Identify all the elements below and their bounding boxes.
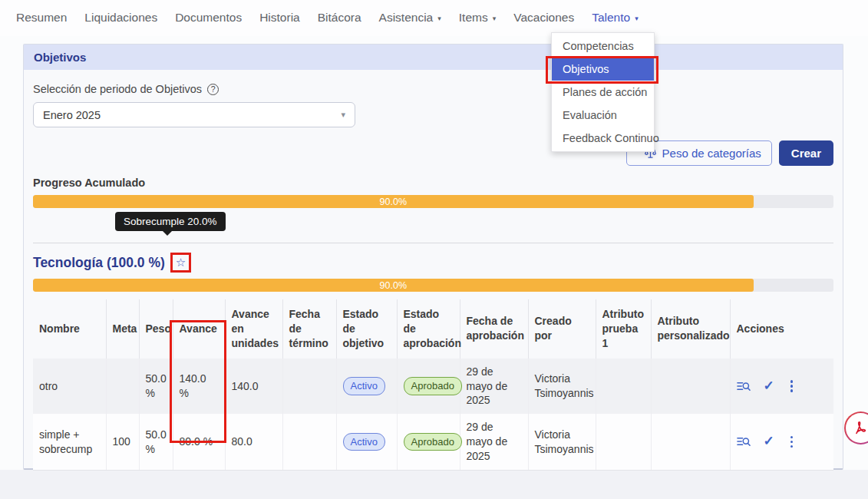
nav-item-documentos[interactable]: Documentos [174,0,243,36]
pdf-icon [846,413,868,443]
chevron-down-icon: ▾ [635,13,639,22]
period-select-label: Selección de periodo de Objetivos [33,83,202,95]
nav-item-bitacora[interactable]: Bitácora [317,0,362,36]
col-creado-por: Creado por [528,299,596,359]
help-icon[interactable]: ? [207,84,219,95]
nav-item-historia[interactable]: Historia [259,0,301,36]
category-progress-value: 90.0% [380,280,407,291]
cell-acciones: ✓ [730,414,833,470]
menu-item-evaluacion[interactable]: Evaluación [552,104,654,127]
cell-avance: 80.0 % [173,414,225,470]
talento-dropdown-menu: Competencias Objetivos Planes de acción … [551,32,655,152]
cell-meta [106,359,139,415]
top-nav: Resumen Liquidaciones Documentos Histori… [0,0,868,36]
cell-nombre: simple + sobrecump [33,414,106,470]
nav-item-talento[interactable]: Talento ▾ [591,0,639,36]
nav-item-items[interactable]: Items ▾ [458,0,497,36]
status-badge-aprobado: Aprobado [404,377,462,395]
crear-button[interactable]: Crear [779,140,833,166]
pdf-export-button[interactable] [844,411,868,444]
table-row: simple + sobrecump 100 50.0 % 80.0 % 80.… [33,414,833,470]
col-atributo-personalizado: Atributo personalizado [651,299,730,359]
table-header-row: Nombre Meta Peso Avance Avance en unidad… [33,299,833,359]
nav-item-resumen[interactable]: Resumen [15,0,68,36]
cell-estado-aprobacion: Aprobado [397,414,460,470]
chevron-down-icon: ▾ [341,110,345,120]
panel-body: Selección de periodo de Objetivos ? Ener… [24,70,843,471]
cell-peso: 50.0 % [139,414,173,470]
chevron-down-icon: ▾ [493,13,497,22]
cell-avance-unidades: 80.0 [225,414,282,470]
more-options-icon[interactable] [787,378,797,394]
view-details-icon[interactable] [737,436,751,448]
category-progress-bar: 90.0% [33,279,833,292]
cell-atributo-prueba-1 [596,359,651,415]
col-estado-aprobacion: Estado de aprobación [397,299,460,359]
objetivos-panel: Objetivos Selección de periodo de Objeti… [23,44,843,470]
cell-fecha-aprobacion: 29 de mayo de 2025 [460,359,528,415]
cell-acciones: ✓ [730,359,833,415]
cell-fecha-termino [282,414,336,470]
cell-meta: 100 [106,414,139,470]
period-select[interactable]: Enero 2025 ▾ [33,102,355,127]
col-meta: Meta [106,299,139,359]
menu-item-feedback-continuo[interactable]: Feedback Continuo [552,127,654,150]
cell-avance-unidades: 140.0 [225,359,282,415]
overall-progress-bar: 90.0% [33,195,833,208]
col-estado-objetivo: Estado de objetivo [336,299,397,359]
cell-avance: 140.0 % [173,359,225,415]
status-badge-activo: Activo [343,433,385,451]
cell-creado-por: Victoria Tsimoyannis [528,359,596,415]
cell-atributo-prueba-1 [596,414,651,470]
objetivos-table: Nombre Meta Peso Avance Avance en unidad… [33,299,833,471]
nav-item-asistencia[interactable]: Asistencia ▾ [378,0,442,36]
category-title: Tecnología (100.0 %) [33,255,165,271]
col-peso: Peso [139,299,173,359]
status-badge-activo: Activo [343,377,385,395]
menu-item-planes-de-accion[interactable]: Planes de acción [552,81,654,104]
nav-item-liquidaciones[interactable]: Liquidaciones [84,0,158,36]
cell-estado-aprobacion: Aprobado [397,359,460,415]
col-nombre: Nombre [33,299,106,359]
menu-item-competencias[interactable]: Competencias [552,35,654,58]
chevron-down-icon: ▾ [437,13,441,22]
star-annotation-box: ☆ [170,253,191,273]
overall-progress-value: 90.0% [380,197,407,207]
peso-categorias-label: Peso de categorías [662,147,761,160]
cell-atributo-personalizado [651,359,730,415]
cell-fecha-aprobacion: 29 de mayo de 2025 [460,414,528,470]
col-atributo-prueba-1: Atributo prueba 1 [596,299,651,359]
table-row: otro 50.0 % 140.0 % 140.0 Activo Aprobad… [33,359,833,415]
cell-estado-objetivo: Activo [336,359,397,415]
progress-acumulado-label: Progreso Acumulado [33,177,833,189]
cell-estado-objetivo: Activo [336,414,397,470]
section-divider [33,243,833,243]
nav-item-vacaciones[interactable]: Vacaciones [513,0,575,36]
col-acciones: Acciones [730,299,833,359]
menu-item-objetivos[interactable]: Objetivos [552,58,654,81]
view-details-icon[interactable] [737,381,751,392]
category-progress-fill: 90.0% [33,279,754,292]
page-bottom-area [0,470,868,499]
cell-peso: 50.0 % [139,359,173,415]
cell-atributo-personalizado [651,414,730,470]
overall-progress-fill: 90.0% [33,195,754,208]
status-badge-aprobado: Aprobado [404,433,462,451]
col-avance: Avance [173,299,225,359]
cell-nombre: otro [33,359,106,415]
sobrecumple-tooltip: Sobrecumple 20.0% [115,212,226,231]
approve-check-icon[interactable]: ✓ [764,433,774,451]
cell-creado-por: Victoria Tsimoyannis [528,414,596,470]
col-fecha-aprobacion: Fecha de aprobación [460,299,528,359]
approve-check-icon[interactable]: ✓ [764,378,774,395]
col-avance-unidades: Avance en unidades [225,299,282,359]
star-icon[interactable]: ☆ [176,256,186,269]
period-select-value: Enero 2025 [43,109,101,121]
more-options-icon[interactable] [787,435,797,450]
col-fecha-termino: Fecha de término [282,299,336,359]
panel-title: Objetivos [24,45,843,70]
cell-fecha-termino [282,359,336,415]
